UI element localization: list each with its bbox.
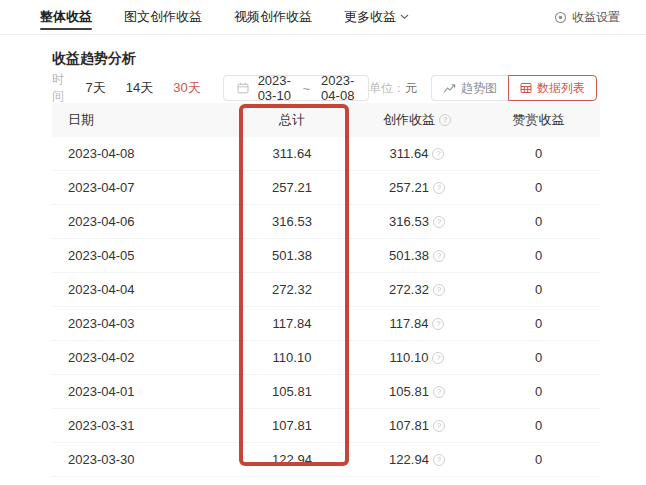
section-title: 收益趋势分析 [52, 50, 646, 66]
cell-total: 272.32 [227, 282, 357, 297]
view-button-label: 趋势图 [461, 80, 497, 97]
cell-creation: 122.94? [357, 452, 477, 467]
cell-creation: 501.38? [357, 248, 477, 263]
table-row: 2023-04-03117.84117.84?0 [52, 307, 600, 341]
cell-appreciation: 0 [477, 180, 600, 195]
cell-total: 311.64 [227, 146, 357, 161]
time-range-30天[interactable]: 30天 [173, 79, 200, 97]
cell-appreciation: 0 [477, 214, 600, 229]
time-range-14天[interactable]: 14天 [126, 79, 153, 97]
cell-total: 117.84 [227, 316, 357, 331]
tab-更多收益[interactable]: 更多收益 [344, 0, 409, 34]
table-row: 2023-04-02110.10110.10?0 [52, 341, 600, 375]
cell-creation: 107.81? [357, 418, 477, 433]
help-icon[interactable]: ? [433, 386, 445, 398]
table-row: 2023-04-07257.21257.21?0 [52, 171, 600, 205]
calendar-icon [237, 82, 249, 94]
cell-creation: 311.64? [357, 146, 477, 161]
cell-appreciation: 0 [477, 384, 600, 399]
earnings-table: 日期总计创作收益 ?赞赏收益 2023-04-08311.64311.64?02… [52, 103, 600, 477]
table-row: 2023-04-05501.38501.38?0 [52, 239, 600, 273]
table-row: 2023-03-31107.81107.81?0 [52, 409, 600, 443]
top-tab-bar: 整体收益图文创作收益视频创作收益更多收益 收益设置 [0, 0, 646, 35]
filter-row: 时间 7天14天30天 2023-03-10 ~ 2023-04-08 单位：元… [52, 75, 597, 101]
help-icon[interactable]: ? [432, 318, 444, 330]
cell-appreciation: 0 [477, 146, 600, 161]
earnings-page: 整体收益图文创作收益视频创作收益更多收益 收益设置 收益趋势分析 时间 7天14… [0, 0, 646, 485]
column-header-日期: 日期 [52, 111, 227, 129]
view-toggle: 趋势图数据列表 [431, 75, 597, 101]
cell-appreciation: 0 [477, 418, 600, 433]
settings-label: 收益设置 [572, 9, 620, 26]
view-button-label: 数据列表 [537, 80, 585, 97]
cell-date: 2023-03-31 [52, 418, 227, 433]
table-row: 2023-03-30122.94122.94?0 [52, 443, 600, 477]
cell-total: 107.81 [227, 418, 357, 433]
time-range-group: 7天14天30天 [85, 79, 200, 97]
help-icon[interactable]: ? [439, 114, 451, 126]
cell-creation: 117.84? [357, 316, 477, 331]
cell-creation: 272.32? [357, 282, 477, 297]
time-range-7天[interactable]: 7天 [85, 79, 105, 97]
date-range-picker[interactable]: 2023-03-10 ~ 2023-04-08 [223, 75, 369, 101]
column-header-赞赏收益: 赞赏收益 [477, 111, 600, 129]
cell-date: 2023-04-01 [52, 384, 227, 399]
cell-date: 2023-04-04 [52, 282, 227, 297]
cell-date: 2023-04-06 [52, 214, 227, 229]
date-start: 2023-03-10 [258, 73, 292, 103]
cell-total: 316.53 [227, 214, 357, 229]
cell-date: 2023-04-05 [52, 248, 227, 263]
tab-整体收益[interactable]: 整体收益 [40, 0, 92, 34]
unit-label: 单位：元 [369, 80, 417, 97]
table-row: 2023-04-01105.81105.81?0 [52, 375, 600, 409]
chevron-down-icon [400, 14, 409, 20]
table-body: 2023-04-08311.64311.64?02023-04-07257.21… [52, 137, 600, 477]
cell-date: 2023-04-02 [52, 350, 227, 365]
cell-creation: 110.10? [357, 350, 477, 365]
cell-date: 2023-04-07 [52, 180, 227, 195]
cell-appreciation: 0 [477, 316, 600, 331]
column-header-创作收益: 创作收益 ? [357, 111, 477, 129]
content-area: 收益趋势分析 时间 7天14天30天 2023-03-10 ~ 2023-04-… [0, 50, 646, 477]
cell-appreciation: 0 [477, 452, 600, 467]
help-icon[interactable]: ? [433, 420, 445, 432]
help-icon[interactable]: ? [432, 352, 444, 364]
gear-icon [554, 11, 567, 24]
help-icon[interactable]: ? [433, 454, 445, 466]
tab-label: 图文创作收益 [124, 8, 202, 26]
tab-视频创作收益[interactable]: 视频创作收益 [234, 0, 312, 34]
trend-chart-icon [443, 83, 456, 94]
date-end: 2023-04-08 [321, 73, 355, 103]
time-filter-label: 时间 [52, 71, 67, 105]
help-icon[interactable]: ? [433, 250, 445, 262]
earnings-settings-button[interactable]: 收益设置 [554, 9, 620, 26]
tab-图文创作收益[interactable]: 图文创作收益 [124, 0, 202, 34]
table-row: 2023-04-08311.64311.64?0 [52, 137, 600, 171]
cell-creation: 257.21? [357, 180, 477, 195]
column-header-总计: 总计 [227, 111, 357, 129]
cell-appreciation: 0 [477, 350, 600, 365]
cell-total: 110.10 [227, 350, 357, 365]
table-header-row: 日期总计创作收益 ?赞赏收益 [52, 103, 600, 137]
cell-appreciation: 0 [477, 248, 600, 263]
table-row: 2023-04-04272.32272.32?0 [52, 273, 600, 307]
cell-appreciation: 0 [477, 282, 600, 297]
help-icon[interactable]: ? [433, 216, 445, 228]
data-list-icon [520, 82, 532, 94]
table-row: 2023-04-06316.53316.53?0 [52, 205, 600, 239]
view-button-数据列表[interactable]: 数据列表 [508, 75, 597, 101]
cell-date: 2023-04-03 [52, 316, 227, 331]
view-button-趋势图[interactable]: 趋势图 [431, 75, 508, 101]
help-icon[interactable]: ? [432, 148, 444, 160]
tab-list: 整体收益图文创作收益视频创作收益更多收益 [40, 0, 409, 34]
cell-creation: 316.53? [357, 214, 477, 229]
help-icon[interactable]: ? [433, 284, 445, 296]
help-icon[interactable]: ? [433, 182, 445, 194]
unit-value: 元 [405, 81, 417, 95]
date-separator: ~ [303, 81, 311, 96]
cell-total: 501.38 [227, 248, 357, 263]
tab-label: 视频创作收益 [234, 8, 312, 26]
tab-label: 整体收益 [40, 8, 92, 26]
cell-total: 105.81 [227, 384, 357, 399]
cell-creation: 105.81? [357, 384, 477, 399]
